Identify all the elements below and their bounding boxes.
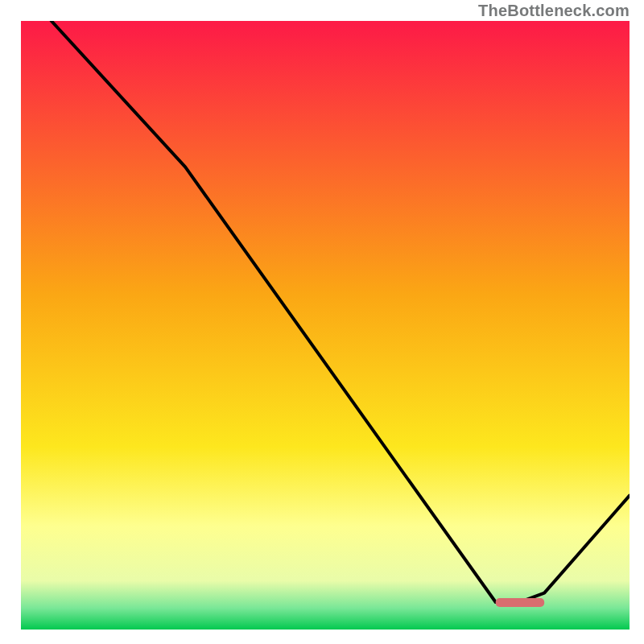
plot-svg <box>21 21 630 630</box>
chart-stage: TheBottleneck.com <box>0 0 644 644</box>
plot-area <box>21 21 630 630</box>
optimal-range-marker <box>496 598 544 607</box>
attribution-text: TheBottleneck.com <box>478 2 630 20</box>
gradient-background <box>21 21 630 630</box>
